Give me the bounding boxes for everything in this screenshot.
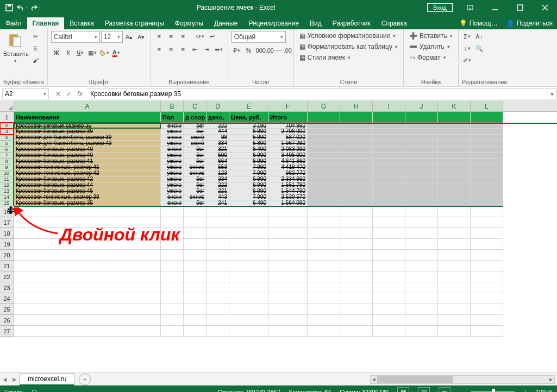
row-header[interactable]: 10	[0, 170, 14, 176]
autosum-icon[interactable]: Σ▾	[462, 31, 473, 42]
cell[interactable]	[373, 282, 405, 293]
cell[interactable]: енски	[161, 135, 184, 141]
cell[interactable]	[373, 293, 405, 304]
currency-icon[interactable]: ₽▾	[231, 45, 242, 56]
cell[interactable]	[471, 239, 503, 250]
cell[interactable]	[340, 250, 373, 261]
clear-icon[interactable]: ✐▾	[462, 55, 473, 66]
cell[interactable]	[340, 194, 373, 200]
font-color-icon[interactable]: A▾	[111, 47, 122, 58]
cell[interactable]: Кроссовки беговые, размер 44	[14, 182, 161, 188]
cell[interactable]	[405, 315, 438, 326]
cell[interactable]	[438, 250, 471, 261]
cells-area[interactable]: НаименованиеПолд спордано,Цена, руб.Итог…	[14, 112, 557, 337]
cell[interactable]: 6 990	[229, 176, 268, 182]
fx-icon[interactable]: fx	[75, 90, 85, 98]
cell[interactable]	[340, 159, 373, 165]
row-header[interactable]: 17	[0, 217, 14, 228]
column-header[interactable]: D	[206, 101, 229, 111]
cell[interactable]	[471, 124, 503, 129]
cell[interactable]	[471, 228, 503, 239]
tab-review[interactable]: Рецензирование	[243, 17, 304, 29]
cell[interactable]	[229, 315, 268, 326]
cell[interactable]: Кроссовки беговые, размер 42	[14, 176, 161, 182]
cell[interactable]: 7 990	[229, 170, 268, 176]
cell[interactable]	[373, 194, 405, 200]
row-header[interactable]: 22	[0, 271, 14, 282]
sheet-nav-prev-icon[interactable]: ◄	[0, 376, 10, 383]
italic-icon[interactable]: К	[63, 47, 74, 58]
cell[interactable]	[206, 326, 229, 337]
cell[interactable]	[229, 271, 268, 282]
cell[interactable]	[438, 124, 471, 129]
cell[interactable]	[405, 188, 438, 194]
cell[interactable]: 4 418 470	[268, 165, 308, 170]
cell[interactable]	[161, 271, 184, 282]
cell[interactable]	[308, 112, 340, 123]
cell[interactable]	[184, 326, 206, 337]
cell[interactable]	[373, 315, 405, 326]
cell[interactable]	[405, 159, 438, 165]
fill-color-icon[interactable]: ▾	[99, 47, 110, 58]
cell[interactable]: 7 990	[229, 194, 268, 200]
cell[interactable]: 587 020	[268, 135, 308, 141]
page-break-view-icon[interactable]: ▭	[439, 387, 450, 392]
cell[interactable]	[471, 188, 503, 194]
borders-icon[interactable]: ▦▾	[87, 47, 98, 58]
cell[interactable]	[438, 315, 471, 326]
enter-formula-icon[interactable]: ✓	[64, 90, 74, 98]
column-header[interactable]: E	[229, 101, 268, 111]
bold-icon[interactable]: Ж	[51, 47, 62, 58]
row-header[interactable]: 3	[0, 129, 14, 135]
sheet-nav-next-icon[interactable]: ►	[10, 376, 20, 383]
cell[interactable]: еннис	[184, 194, 206, 200]
cell[interactable]	[373, 217, 405, 228]
font-size-dropdown[interactable]: 12▾	[101, 31, 123, 43]
cell[interactable]: 1 551 780	[268, 182, 308, 188]
cell[interactable]	[471, 293, 503, 304]
cell[interactable]	[308, 315, 340, 326]
cell[interactable]	[206, 271, 229, 282]
cell[interactable]	[405, 165, 438, 170]
cell[interactable]	[340, 112, 373, 123]
cell[interactable]	[14, 293, 161, 304]
cell[interactable]: Итого	[268, 112, 308, 123]
cell[interactable]	[373, 147, 405, 153]
cell[interactable]	[206, 293, 229, 304]
cell[interactable]	[471, 282, 503, 293]
cell[interactable]	[308, 250, 340, 261]
cell[interactable]	[373, 304, 405, 315]
row-header[interactable]: 14	[0, 194, 14, 200]
cell[interactable]	[471, 147, 503, 153]
cell[interactable]	[405, 124, 438, 129]
cell[interactable]	[340, 271, 373, 282]
cell[interactable]	[471, 315, 503, 326]
decrease-decimal-icon[interactable]: ←.00	[279, 45, 290, 56]
cell[interactable]	[206, 304, 229, 315]
cell[interactable]	[373, 170, 405, 176]
comma-icon[interactable]: 000	[255, 45, 266, 56]
tab-data[interactable]: Данные	[209, 17, 243, 29]
cell[interactable]: 6 490	[229, 147, 268, 153]
row-header[interactable]: 25	[0, 304, 14, 315]
cell[interactable]	[340, 124, 373, 129]
cell[interactable]	[340, 170, 373, 176]
cell[interactable]	[308, 282, 340, 293]
cell[interactable]	[308, 124, 340, 129]
cell[interactable]: Кроссовки теннисные, размер 41	[14, 165, 161, 170]
cell[interactable]: 5 890	[229, 141, 268, 147]
cell[interactable]: 7 990	[229, 165, 268, 170]
merge-icon[interactable]: ⬌▾	[214, 44, 224, 55]
cell[interactable]	[438, 271, 471, 282]
format-painter-icon[interactable]: 🖌	[29, 55, 41, 66]
cell[interactable]	[268, 304, 308, 315]
cell[interactable]	[184, 304, 206, 315]
cell[interactable]: 334	[206, 141, 229, 147]
cell[interactable]	[308, 293, 340, 304]
cell[interactable]	[373, 182, 405, 188]
cell[interactable]: Кроссовки для баскетбола, размер 43	[14, 141, 161, 147]
cell[interactable]	[229, 250, 268, 261]
cell[interactable]: 444	[206, 129, 229, 135]
cell[interactable]	[438, 153, 471, 159]
cell[interactable]	[373, 206, 405, 217]
